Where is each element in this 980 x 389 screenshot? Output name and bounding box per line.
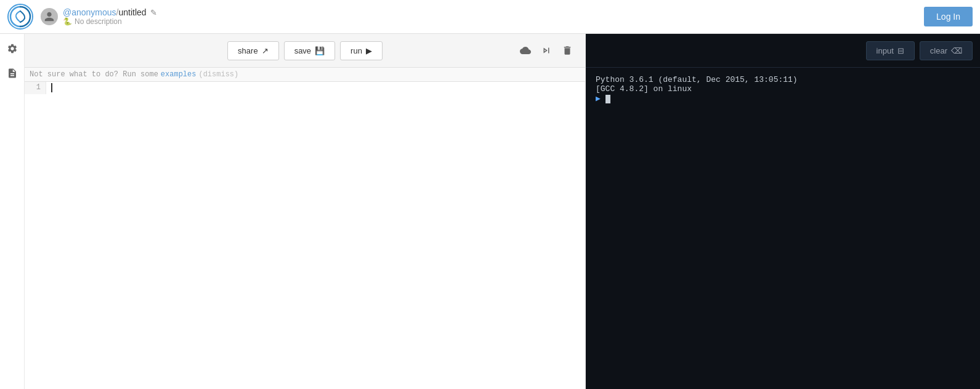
save-label: save [294, 46, 311, 55]
editor-area: share ↗ save 💾 run ▶ [25, 34, 586, 389]
navbar: @anonymous/untitled ✎ 🐍 No description L… [0, 0, 980, 34]
share-button[interactable]: share ↗ [227, 41, 279, 60]
terminal-panel: input ⊟ clear ⌫ Python 3.6.1 (default, D… [586, 34, 980, 389]
trash-button[interactable] [559, 42, 575, 58]
svg-point-0 [8, 4, 33, 29]
python-emoji: 🐍 [63, 17, 72, 26]
edit-title-icon[interactable]: ✎ [150, 8, 157, 17]
cursor [51, 83, 57, 92]
project-description: 🐍 No description [63, 17, 924, 26]
clear-icon: ⌫ [951, 46, 962, 55]
save-button[interactable]: save 💾 [284, 41, 335, 60]
terminal-output: Python 3.6.1 (default, Dec 2015, 13:05:1… [586, 68, 980, 389]
username-link[interactable]: @anonymous [63, 7, 116, 17]
step-play-button[interactable] [538, 42, 554, 58]
cloud-button[interactable] [517, 42, 533, 58]
dismiss-link[interactable]: (dismiss) [198, 70, 238, 79]
line-number-1: 1 [25, 82, 46, 94]
project-name: untitled [118, 7, 146, 17]
user-avatar[interactable] [41, 8, 58, 25]
run-label: run [350, 46, 362, 55]
terminal-prompt: ▶ [596, 94, 605, 103]
clear-label: clear [930, 46, 947, 55]
input-label: input [877, 46, 894, 55]
navbar-title: @anonymous/untitled [63, 7, 147, 17]
app-logo[interactable] [7, 4, 33, 30]
save-icon: 💾 [315, 46, 325, 55]
login-button[interactable]: Log In [924, 7, 973, 26]
clear-button[interactable]: clear ⌫ [920, 41, 973, 60]
input-button[interactable]: input ⊟ [866, 41, 915, 60]
settings-icon[interactable] [4, 40, 21, 57]
share-label: share [238, 46, 258, 55]
terminal-line-1: Python 3.6.1 (default, Dec 2015, 13:05:1… [596, 75, 970, 84]
description-text: No description [75, 17, 122, 26]
toolbar-center-buttons: share ↗ save 💾 run ▶ [227, 41, 383, 60]
line-content-1 [46, 82, 585, 94]
hint-text: Not sure what to do? Run some [30, 70, 158, 79]
project-info: @anonymous/untitled ✎ 🐍 No description [63, 7, 924, 26]
run-icon: ▶ [366, 46, 372, 55]
input-icon: ⊟ [897, 46, 904, 55]
examples-link[interactable]: examples [161, 70, 196, 79]
main-content: share ↗ save 💾 run ▶ [0, 34, 980, 389]
share-icon: ↗ [262, 46, 269, 55]
run-button[interactable]: run ▶ [340, 41, 383, 60]
terminal-cursor [605, 95, 610, 103]
code-editor[interactable]: Not sure what to do? Run some examples (… [25, 68, 585, 389]
toolbar-right-icons [517, 42, 575, 58]
terminal-toolbar: input ⊟ clear ⌫ [586, 34, 980, 68]
hint-bar: Not sure what to do? Run some examples (… [25, 68, 585, 82]
code-line-1: 1 [25, 82, 585, 94]
editor-toolbar: share ↗ save 💾 run ▶ [25, 34, 585, 68]
left-sidebar [0, 34, 25, 389]
terminal-prompt-line: ▶ [596, 94, 970, 103]
terminal-line-2: [GCC 4.8.2] on linux [596, 84, 970, 94]
file-icon[interactable] [4, 65, 21, 82]
